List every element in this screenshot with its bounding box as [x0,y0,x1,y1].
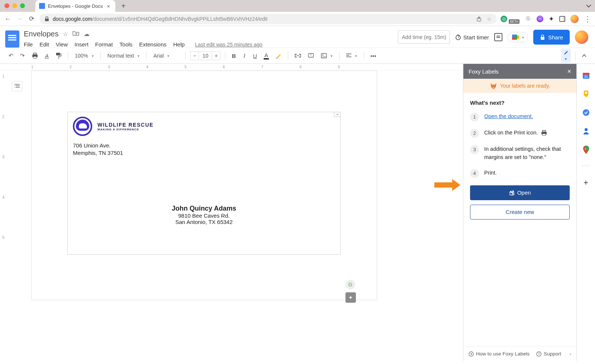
docs-logo[interactable] [5,30,19,48]
beta-badge: BETA [509,19,520,24]
whats-next-heading: What's next? [470,100,570,106]
menu-view[interactable]: View [56,41,68,48]
undo-button[interactable]: ↶ [7,51,15,61]
underline-button[interactable]: U [251,51,259,61]
recipient-line2: San Antonio, TX 65342 [73,219,335,225]
italic-button[interactable]: I [241,51,248,61]
move-icon[interactable] [73,30,79,38]
spellcheck-button[interactable]: A [43,51,51,61]
svg-rect-0 [45,19,49,21]
last-edit-link[interactable]: Last edit was 25 minutes ago [195,42,263,48]
tab-overflow-icon[interactable] [586,4,591,8]
svg-point-16 [322,55,324,56]
extension-icon[interactable]: ◎ [501,16,507,22]
increase-font-button[interactable]: + [212,51,221,60]
align-button[interactable]: ▾ [344,52,359,59]
chevron-down-icon: ▾ [522,35,524,39]
maps-icon[interactable] [582,146,590,154]
comments-icon[interactable] [494,33,502,41]
cloud-status-icon[interactable]: ☁ [84,30,90,38]
font-size-value[interactable]: 10 [199,51,212,60]
svg-text:31: 31 [584,75,588,78]
zoom-select[interactable]: 100%▾ [73,51,96,60]
font-select[interactable]: Arial▾ [151,51,181,60]
footer-expand-icon[interactable]: › [570,351,572,357]
extensions-menu-icon[interactable]: ✦ [549,15,554,23]
link-button[interactable] [293,52,303,59]
tasks-icon[interactable] [582,108,590,117]
vertical-ruler[interactable]: 12345 [0,71,7,361]
menu-edit[interactable]: Edit [39,41,49,48]
style-select[interactable]: Normal text▾ [105,51,142,60]
document-canvas[interactable]: 123456789 12345 ▾ WILDLIFE RESCUE [0,64,463,361]
calendar-icon[interactable]: 31 [582,71,590,79]
collapse-panel-button[interactable] [580,52,588,59]
side-panel-icon[interactable] [559,16,565,22]
menu-insert[interactable]: Insert [74,41,89,48]
recipient-name: John Quincy Adams [73,205,335,212]
image-button[interactable]: ▾ [319,52,335,60]
start-timer-button[interactable]: Start timer [455,34,489,40]
redo-button[interactable]: ↷ [18,51,27,61]
grammarly-icon[interactable]: Ⓖ [525,16,531,22]
extension-icon-2[interactable]: ⓦ [537,16,543,22]
svg-text:?: ? [538,352,540,356]
font-size-control[interactable]: − 10 + [190,51,221,60]
chrome-profile-avatar[interactable] [570,15,579,23]
help-circle-icon: ? [536,351,541,357]
support-link[interactable]: ? Support [536,351,561,357]
horizontal-ruler[interactable]: 123456789 [0,64,463,71]
star-icon[interactable]: ☆ [63,30,68,38]
svg-rect-3 [563,16,565,22]
share-label: Share [548,34,563,40]
menu-help[interactable]: Help [173,41,185,48]
contacts-icon[interactable] [582,127,590,135]
decrease-font-button[interactable]: − [190,51,199,60]
back-button[interactable]: ← [4,15,12,23]
docs-titlebar: Envelopes ☆ ☁ File Edit View Insert Form… [0,26,595,48]
open-button[interactable]: Open [470,185,570,200]
more-tools-button[interactable]: ••• [369,51,378,61]
new-tab-button[interactable]: + [121,2,126,10]
add-time-input[interactable] [398,30,450,44]
print-button[interactable] [30,51,40,60]
open-document-link[interactable]: Open the document. [484,113,533,119]
menu-format[interactable]: Format [95,41,113,48]
address-bar[interactable]: docs.google.com/document/d/1v5nHDH4QdGeg… [39,14,497,24]
paint-format-button[interactable] [54,51,63,61]
lock-icon [45,16,49,22]
lock-icon [540,34,545,40]
get-addons-button[interactable]: + [583,178,588,188]
bold-button[interactable]: B [230,51,238,61]
close-addon-icon[interactable]: × [567,68,571,75]
menu-tools[interactable]: Tools [119,41,132,48]
envelope-content[interactable]: ▾ WILDLIFE RESCUE MAKING A DIFFERENCE 70… [67,112,341,255]
outline-toggle-button[interactable] [12,81,22,91]
how-to-link[interactable]: How to use Foxy Labels [469,351,530,357]
account-avatar[interactable] [575,30,588,44]
grammarly-badge[interactable]: G [345,280,355,289]
comment-button[interactable]: + [306,52,316,60]
highlight-button[interactable] [274,51,283,60]
sender-logo [73,117,92,136]
table-handle-icon[interactable]: ▾ [334,112,341,117]
browser-tab[interactable]: Envelopes - Google Docs × [35,0,115,12]
share-button[interactable]: Share [533,30,570,45]
bookmark-icon[interactable]: ☆ [487,16,492,22]
keep-icon[interactable] [582,90,590,98]
text-color-button[interactable]: A [262,51,271,61]
step-3: 3 In additional settings, check that mar… [470,145,570,162]
menu-extensions[interactable]: Extensions [139,41,166,48]
window-controls[interactable] [4,3,25,8]
chrome-menu-icon[interactable]: ⋮ [584,14,591,23]
close-tab-icon[interactable]: × [107,3,110,9]
menu-file[interactable]: File [24,41,33,48]
create-new-button[interactable]: Create new [470,205,570,220]
document-title[interactable]: Envelopes [24,30,58,38]
meet-button[interactable]: ▾ [508,32,528,42]
svg-rect-6 [512,35,515,37]
editing-mode-button[interactable]: ▾ [561,49,571,63]
share-url-icon[interactable] [476,16,482,22]
explore-button[interactable]: ✦ [345,292,356,303]
reload-button[interactable]: ⟳ [28,15,36,23]
